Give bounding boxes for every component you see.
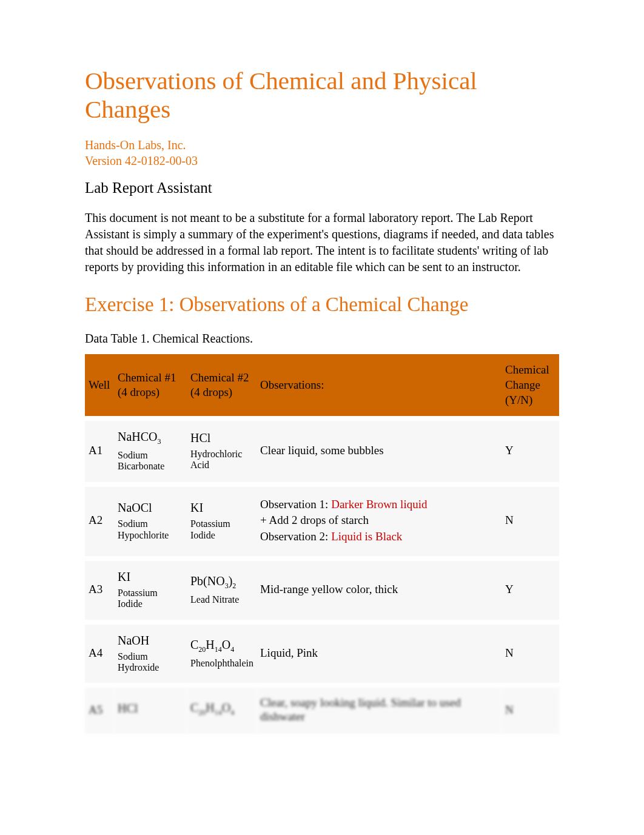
header-chemical-2: Chemical #2 (4 drops) (187, 354, 257, 418)
cell-chemical-1: HCl (114, 685, 187, 734)
chemical-reactions-table: Well Chemical #1 (4 drops) Chemical #2 (… (85, 354, 559, 734)
obs-mid-instruction: + Add 2 drops of starch (260, 514, 498, 528)
exercise-title: Exercise 1: Observations of a Chemical C… (85, 293, 559, 316)
header-well: Well (85, 354, 114, 418)
cell-change: N (501, 685, 559, 734)
chem2-sub2: 14 (215, 645, 222, 654)
obs1-label: Observation 1: (260, 498, 328, 511)
document-title: Observations of Chemical and Physical Ch… (85, 67, 559, 124)
company-info: Hands-On Labs, Inc. Version 42-0182-00-0… (85, 137, 559, 169)
chem1-formula: HCl (118, 701, 183, 716)
chem1-formula: KI (118, 569, 183, 584)
cell-chemical-1: NaOCl Sodium Hypochlorite (114, 485, 187, 558)
cell-chemical-1: KI Potassium Iodide (114, 558, 187, 622)
cell-chemical-2: KI Potassium Iodide (187, 485, 257, 558)
cell-observation: Clear, soapy looking liquid. Similar to … (257, 685, 501, 734)
cell-chemical-2: HCl Hydrochloric Acid (187, 418, 257, 484)
cell-well: A1 (85, 418, 114, 484)
cell-chemical-2: C20H14O4 (187, 685, 257, 734)
chem2-prefix: C (190, 638, 198, 651)
header-chemical-1: Chemical #1 (4 drops) (114, 354, 187, 418)
cell-change: N (501, 485, 559, 558)
cell-observation: Clear liquid, some bubbles (257, 418, 501, 484)
chem1-name: Potassium Iodide (118, 588, 183, 610)
cell-change: N (501, 622, 559, 686)
description-paragraph: This document is not meant to be a subst… (85, 210, 559, 275)
table-header-row: Well Chemical #1 (4 drops) Chemical #2 (… (85, 354, 559, 418)
cell-well: A2 (85, 485, 114, 558)
chem2-formula: HCl (190, 431, 253, 445)
chem1-subscript: 3 (158, 437, 161, 446)
chem1-name: Sodium Bicarbonate (118, 450, 183, 472)
cell-well: A4 (85, 622, 114, 686)
chem2-mid1: H (206, 638, 214, 651)
table-row: A5 HCl C20H14O4 Clear, soapy looking liq… (85, 685, 559, 734)
cell-well: A3 (85, 558, 114, 622)
chem2-sub3: 4 (230, 645, 234, 654)
cell-change: Y (501, 418, 559, 484)
chem2-sub2: 14 (215, 708, 222, 717)
cell-observation: Mid-range yellow color, thick (257, 558, 501, 622)
chem2-mid2: O (222, 701, 230, 714)
obs2-value: Liquid is Black (331, 530, 402, 543)
header-chemical-change: Chemical Change (Y/N) (501, 354, 559, 418)
cell-change: Y (501, 558, 559, 622)
chem2-mid1: H (206, 701, 214, 714)
chem2-sub2: 2 (232, 582, 236, 590)
table-row: A4 NaOH Sodium Hydroxide C20H14O4 Phenol… (85, 622, 559, 686)
version-label: Version 42-0182-00-03 (85, 153, 559, 169)
table-row: A2 NaOCl Sodium Hypochlorite KI Potassiu… (85, 485, 559, 558)
cell-chemical-2: Pb(NO3)2 Lead Nitrate (187, 558, 257, 622)
chem1-formula: NaOH (118, 633, 183, 648)
obs1-value: Darker Brown liquid (331, 498, 427, 511)
cell-observation: Liquid, Pink (257, 622, 501, 686)
chem2-sub1: 20 (198, 645, 206, 654)
header-observations: Observations: (257, 354, 501, 418)
cell-observation: Observation 1: Darker Brown liquid + Add… (257, 485, 501, 558)
cell-well: A5 (85, 685, 114, 734)
chem2-formula: KI (190, 500, 253, 515)
chem2-sub1: 20 (198, 708, 206, 717)
table-caption: Data Table 1. Chemical Reactions. (85, 332, 559, 346)
obs2-label: Observation 2: (260, 530, 328, 543)
table-row: A3 KI Potassium Iodide Pb(NO3)2 Lead Nit… (85, 558, 559, 622)
cell-chemical-1: NaOH Sodium Hydroxide (114, 622, 187, 686)
chem2-prefix: C (190, 701, 198, 714)
chem1-name: Sodium Hydroxide (118, 651, 183, 674)
subtitle: Lab Report Assistant (85, 179, 559, 196)
cell-chemical-2: C20H14O4 Phenolphthalein (187, 622, 257, 686)
chem1-formula: NaOCl (118, 500, 183, 515)
chem2-prefix: Pb(NO (190, 574, 225, 588)
chem2-name: Phenolphthalein (190, 658, 253, 669)
table-row: A1 NaHCO3 Sodium Bicarbonate HCl Hydroch… (85, 418, 559, 484)
company-name: Hands-On Labs, Inc. (85, 137, 559, 153)
chem2-name: Lead Nitrate (190, 594, 253, 605)
cell-chemical-1: NaHCO3 Sodium Bicarbonate (114, 418, 187, 484)
chem2-name: Hydrochloric Acid (190, 449, 253, 471)
chem2-mid2: O (222, 638, 230, 651)
chem2-name: Potassium Iodide (190, 518, 253, 541)
chem1-formula: NaHCO (118, 430, 158, 443)
chem1-name: Sodium Hypochlorite (118, 518, 183, 541)
chem2-sub3: 4 (230, 708, 234, 717)
